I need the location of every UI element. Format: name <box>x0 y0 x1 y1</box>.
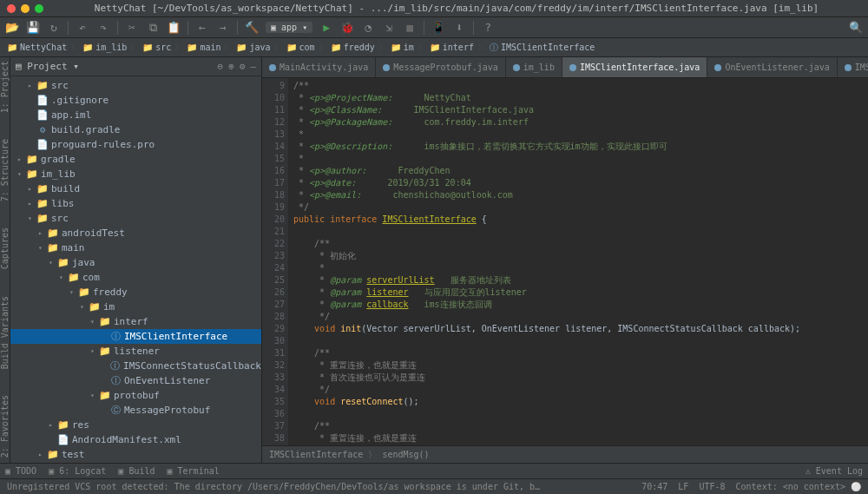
run-config-selector[interactable]: ▣ app ▾ <box>266 22 312 33</box>
tree-node[interactable]: ▾📁src <box>10 211 261 226</box>
tree-node[interactable]: ▸📁androidTest <box>10 226 261 240</box>
editor-tab[interactable]: IMSConnectStatusCallback.java <box>838 57 868 77</box>
tree-node[interactable]: ▾📁listener <box>10 344 261 359</box>
separator <box>68 21 69 35</box>
tree-node[interactable]: ▾📁freddy <box>10 285 261 300</box>
target-icon[interactable]: ⊕ <box>228 61 234 72</box>
tool-tab[interactable]: 7: Structure <box>0 139 10 201</box>
hide-icon[interactable]: — <box>250 61 256 72</box>
tree-node[interactable]: ▾📁java <box>10 255 261 270</box>
tree-node[interactable]: ▾📁im_lib <box>10 167 261 181</box>
stop-icon[interactable]: ■ <box>403 21 417 35</box>
bottom-tool-tabs: ▣ TODO▣ 6: Logcat▣ Build▣ Terminal ⚠ Eve… <box>0 463 868 478</box>
gear-icon[interactable]: ⚙ <box>240 61 246 72</box>
tree-node[interactable]: ▸📁res <box>10 418 261 432</box>
editor-tab[interactable]: im_lib <box>506 57 562 77</box>
line-gutter: 9101112131415161718192021222324252627282… <box>262 78 288 445</box>
code-editor[interactable]: /** * <p>@ProjectName: NettyChat * <p>@C… <box>288 78 868 445</box>
copy-icon[interactable]: ⧉ <box>146 21 160 35</box>
tree-node[interactable]: ▸📁libs <box>10 196 261 211</box>
status-message: Unregistered VCS root detected: The dire… <box>7 482 545 491</box>
tree-node[interactable]: ▾📁protobuf <box>10 388 261 403</box>
event-log-tab[interactable]: ⚠ Event Log <box>806 466 863 476</box>
tree-node[interactable]: ▸📁src <box>10 78 261 93</box>
tree-node[interactable]: 📄app.iml <box>10 108 261 122</box>
tree-node[interactable]: ▾📁main <box>10 240 261 255</box>
run-icon[interactable]: ▶ <box>319 21 333 35</box>
separator <box>117 21 118 35</box>
separator <box>473 21 474 35</box>
sdk-icon[interactable]: ⬇ <box>452 21 466 35</box>
tree-node[interactable]: ⚙build.gradle <box>10 122 261 137</box>
tool-tab[interactable]: 2: Favorites <box>0 395 10 458</box>
separator <box>237 21 238 35</box>
tree-node[interactable]: ⒾOnEventListener <box>10 373 261 388</box>
tool-tab[interactable]: 1: Project <box>0 61 10 113</box>
refresh-icon[interactable]: ↻ <box>47 21 61 35</box>
tree-node[interactable]: ▸📁test <box>10 447 261 462</box>
structure-breadcrumb[interactable]: IMSClientInterface 〉 sendMsg() <box>262 445 868 463</box>
redo-icon[interactable]: ↷ <box>96 21 110 35</box>
editor-tab[interactable]: MainActivity.java <box>262 57 376 77</box>
help-icon[interactable]: ? <box>481 21 495 35</box>
tool-tab[interactable]: Captures <box>0 227 10 269</box>
breadcrumb-item[interactable]: 📁 interf <box>430 43 474 52</box>
hammer-icon[interactable]: 🔨 <box>245 21 259 35</box>
breadcrumb-item[interactable]: 📁 im <box>391 43 414 52</box>
bottom-tab[interactable]: ▣ 6: Logcat <box>49 466 106 476</box>
breadcrumb-item[interactable]: 📁 src <box>142 43 171 52</box>
undo-icon[interactable]: ↶ <box>76 21 89 35</box>
tree-node[interactable]: ▸📁build <box>10 181 261 196</box>
avd-icon[interactable]: 📱 <box>431 21 445 35</box>
bottom-tab[interactable]: ▣ Terminal <box>168 466 220 476</box>
tool-tab[interactable]: Build Variants <box>0 296 10 369</box>
minimize-window-icon[interactable] <box>21 4 30 13</box>
breadcrumb-item[interactable]: 📁 im_lib <box>82 43 127 52</box>
profile-icon[interactable]: ◔ <box>361 21 375 35</box>
editor-pane: MainActivity.javaMessageProtobuf.javaim_… <box>262 57 868 463</box>
collapse-icon[interactable]: ⊖ <box>218 61 224 72</box>
sidebar-header: ▤ Project ▾ ⊖ ⊕ ⚙ — <box>10 57 261 76</box>
breadcrumb-item[interactable]: 📁 java <box>236 43 270 52</box>
save-icon[interactable]: 💾 <box>26 21 40 35</box>
tree-node[interactable]: ⒾIMSClientInterface <box>10 329 261 344</box>
search-icon[interactable]: 🔍 <box>849 21 863 35</box>
tree-node[interactable]: ▾📁im <box>10 300 261 314</box>
tree-node[interactable]: ⒸMessageProtobuf <box>10 403 261 418</box>
status-right: 70:47 LF UTF-8 Context: <no context> ⚪ <box>641 482 861 491</box>
cut-icon[interactable]: ✂ <box>125 21 139 35</box>
close-window-icon[interactable] <box>7 4 16 13</box>
tree-node[interactable]: 📄.gitignore <box>10 462 261 463</box>
debug-icon[interactable]: 🐞 <box>340 21 354 35</box>
tree-node[interactable]: ▸📁gradle <box>10 152 261 167</box>
tree-node[interactable]: ▾📁com <box>10 270 261 285</box>
window-titlebar: NettyChat [~/DevTools/as_workspace/Netty… <box>0 0 868 17</box>
breadcrumb-item[interactable]: 📁 main <box>187 43 220 52</box>
breadcrumb-item[interactable]: 📁 freddy <box>331 43 375 52</box>
project-tree[interactable]: ▸📁src📄.gitignore📄app.iml⚙build.gradle📄pr… <box>10 76 261 463</box>
tree-node[interactable]: ⒾIMSConnectStatusCallback <box>10 359 261 373</box>
tree-node[interactable]: 📄.gitignore <box>10 93 261 108</box>
project-sidebar: ▤ Project ▾ ⊖ ⊕ ⚙ — ▸📁src📄.gitignore📄app… <box>10 57 262 463</box>
status-bar: Unregistered VCS root detected: The dire… <box>0 478 868 494</box>
breadcrumb-item[interactable]: 📁 com <box>286 43 315 52</box>
nav-breadcrumbs: 📁 NettyChat〉📁 im_lib〉📁 src〉📁 main〉📁 java… <box>0 38 868 57</box>
separator <box>187 21 188 35</box>
tree-node[interactable]: ▾📁interf <box>10 314 261 329</box>
tree-node[interactable]: 📄AndroidManifest.xml <box>10 432 261 447</box>
forward-icon[interactable]: → <box>216 21 230 35</box>
editor-tab[interactable]: OnEventListener.java <box>707 57 837 77</box>
back-icon[interactable]: ← <box>195 21 209 35</box>
bottom-tab[interactable]: ▣ TODO <box>5 466 36 476</box>
tree-node[interactable]: 📄proguard-rules.pro <box>10 137 261 152</box>
bottom-tab[interactable]: ▣ Build <box>118 466 155 476</box>
attach-icon[interactable]: ⇲ <box>382 21 396 35</box>
maximize-window-icon[interactable] <box>35 4 43 13</box>
breadcrumb-item[interactable]: 📁 NettyChat <box>7 43 67 52</box>
breadcrumb-item[interactable]: Ⓘ IMSClientInterface <box>490 42 595 54</box>
main-toolbar: 📂 💾 ↻ ↶ ↷ ✂ ⧉ 📋 ← → 🔨 ▣ app ▾ ▶ 🐞 ◔ ⇲ ■ … <box>0 17 868 38</box>
editor-tab[interactable]: MessageProtobuf.java <box>376 57 505 77</box>
paste-icon[interactable]: 📋 <box>167 21 181 35</box>
open-icon[interactable]: 📂 <box>5 21 19 35</box>
editor-tab[interactable]: IMSClientInterface.java <box>562 57 707 77</box>
